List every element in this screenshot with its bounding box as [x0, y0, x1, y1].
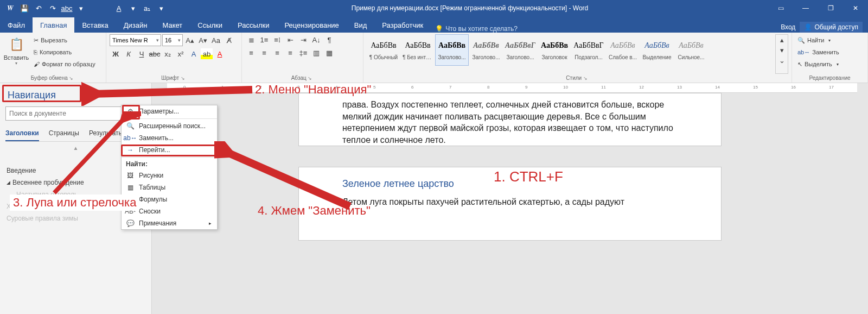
multilevel-icon[interactable]: ≡⁞ [271, 34, 283, 45]
tab-file[interactable]: Файл [0, 17, 33, 33]
style-item[interactable]: АаБбВв¶ Без инте... [401, 34, 435, 66]
style-name: Сильное... [676, 54, 706, 60]
tab-mailings[interactable]: Рассылки [230, 17, 277, 33]
paste-button[interactable]: 📋 Вставить ▾ [3, 34, 29, 74]
copy-button[interactable]: ⎘Копировать [31, 46, 98, 58]
tab-references[interactable]: Ссылки [190, 17, 230, 33]
nav-tab-results[interactable]: Результаты [89, 127, 123, 141]
style-item[interactable]: АаБбВвЗаголово... [469, 34, 503, 66]
grow-font-icon[interactable]: A▴ [184, 35, 196, 46]
strike-icon[interactable]: abc [149, 48, 161, 59]
shading-icon[interactable]: ▥ [310, 47, 322, 58]
footnote-icon[interactable]: a₁ [141, 2, 153, 14]
select-button[interactable]: ↖Выделить▾ [795, 58, 864, 70]
fontcolor-icon[interactable]: A [214, 48, 226, 59]
styles-up-icon[interactable]: ▴ [776, 35, 788, 45]
styles-launcher-icon[interactable]: ↘ [582, 76, 589, 81]
italic-icon[interactable]: К [123, 48, 135, 59]
styles-down-icon[interactable]: ▾ [776, 45, 788, 55]
bullets-icon[interactable]: ≣ [245, 34, 257, 45]
save-icon[interactable]: 💾 [18, 2, 30, 14]
subscript-icon[interactable]: x₂ [162, 48, 174, 59]
clipboard-launcher-icon[interactable]: ↘ [68, 76, 75, 81]
style-item[interactable]: АаБбВвГЗаголово... [503, 34, 537, 66]
indent-dec-icon[interactable]: ⇤ [284, 34, 296, 45]
find-button[interactable]: 🔍Найти▾ [795, 34, 864, 46]
highlight-icon[interactable]: ab [201, 48, 213, 59]
menu-options[interactable]: ⚙Параметры... [122, 105, 217, 117]
tab-insert[interactable]: Вставка [74, 17, 116, 33]
tab-review[interactable]: Рецензирование [277, 17, 346, 33]
cut-button[interactable]: ✂Вырезать [31, 34, 98, 46]
align-left-icon[interactable]: ≡ [245, 47, 257, 58]
bold-icon[interactable]: Ж [110, 48, 122, 59]
menu-advanced-find[interactable]: 🔍Расширенный поиск... [122, 120, 217, 132]
cursor-icon: ↖ [797, 61, 802, 68]
bulb-icon: 💡 [435, 25, 443, 33]
qat-more2-icon[interactable]: ▾ [155, 2, 167, 14]
texteffects-icon[interactable]: A [188, 48, 200, 59]
nav-tab-pages[interactable]: Страницы [49, 127, 79, 141]
change-case-icon[interactable]: Aa [210, 35, 222, 46]
menu-find-formulas[interactable]: πФормулы [122, 193, 217, 205]
redo-icon[interactable]: ↷ [47, 2, 59, 14]
document-page[interactable]: права. Воздух постепенно теплеет, солнеч… [298, 93, 722, 241]
menu-goto[interactable]: →Перейти... [122, 144, 217, 156]
copy-icon: ⎘ [34, 49, 37, 55]
style-item[interactable]: АаБбВвГПодзагол... [572, 34, 605, 66]
paste-icon: 📋 [8, 36, 25, 53]
tab-design[interactable]: Дизайн [116, 17, 155, 33]
spellcheck-icon[interactable]: abc [61, 2, 73, 14]
font-name-select[interactable]: Times New R [110, 34, 161, 46]
indent-inc-icon[interactable]: ⇥ [297, 34, 309, 45]
restore-icon[interactable]: ❐ [818, 0, 843, 16]
share-button[interactable]: 👤Общий доступ [800, 22, 863, 33]
showmarks-icon[interactable]: ¶ [323, 34, 335, 45]
align-center-icon[interactable]: ≡ [258, 47, 270, 58]
underline-icon[interactable]: Ч [136, 48, 148, 59]
align-right-icon[interactable]: ≡ [271, 47, 283, 58]
nav-tab-headings[interactable]: Заголовки [5, 127, 39, 141]
menu-replace[interactable]: ab↔Заменить... [122, 132, 217, 144]
qat-more-icon[interactable]: ▾ [75, 2, 87, 14]
menu-find-tables[interactable]: ▦Таблицы [122, 181, 217, 193]
style-item[interactable]: АаБбВвСильное... [674, 34, 708, 66]
style-name: Заголовок [539, 54, 570, 60]
font-size-select[interactable]: 16 [162, 34, 183, 46]
minimize-icon[interactable]: — [793, 0, 818, 16]
shrink-font-icon[interactable]: A▾ [197, 35, 209, 46]
justify-icon[interactable]: ≡ [284, 47, 296, 58]
close-icon[interactable]: ✕ [843, 0, 868, 16]
style-item[interactable]: АаБбВвВыделение [640, 34, 674, 66]
styles-more-icon[interactable]: ⌄ [776, 55, 788, 66]
superscript-icon[interactable]: x² [175, 48, 187, 59]
ruler[interactable]: 0123456789101112131415161718 [167, 83, 857, 93]
menu-find-pics[interactable]: 🖼Рисунки [122, 169, 217, 181]
tab-home[interactable]: Главная [33, 17, 74, 33]
signin-link[interactable]: Вход [781, 23, 795, 31]
tab-view[interactable]: Вид [347, 17, 375, 33]
style-item[interactable]: АаБбВвЗаголово... [435, 34, 469, 66]
undo-icon[interactable]: ↶ [33, 2, 44, 14]
font-launcher-icon[interactable]: ↘ [179, 76, 187, 81]
clear-format-icon[interactable]: A̸ [223, 35, 235, 46]
replace-button[interactable]: ab↔Заменить [795, 46, 864, 58]
style-item[interactable]: АаБбВв¶ Обычный [367, 34, 400, 66]
format-painter-button[interactable]: 🖌Формат по образцу [31, 58, 98, 70]
style-item[interactable]: АаБбВвСлабое в... [606, 34, 640, 66]
numbering-icon[interactable]: 1≡ [258, 34, 270, 45]
font-fill-icon[interactable]: A [113, 2, 125, 14]
style-item[interactable]: АаБбВвЗаголовок [538, 34, 571, 66]
para-launcher-icon[interactable]: ↘ [307, 76, 314, 81]
ribbon-opts-icon[interactable]: ▭ [768, 0, 793, 16]
table-icon: ▦ [126, 184, 135, 191]
tab-developer[interactable]: Разработчик [374, 17, 431, 33]
borders-icon[interactable]: ▦ [323, 47, 335, 58]
line-spacing-icon[interactable]: ‡≡ [297, 47, 309, 58]
sort-icon[interactable]: A↓ [310, 34, 322, 45]
footnote-icon: AB¹ [126, 208, 135, 215]
menu-find-comments[interactable]: 💬Примечания▸ [122, 217, 217, 229]
tab-layout[interactable]: Макет [155, 17, 190, 33]
menu-find-footnotes[interactable]: AB¹Сноски [122, 205, 217, 217]
tell-me[interactable]: 💡Что вы хотите сделать? [435, 25, 518, 33]
